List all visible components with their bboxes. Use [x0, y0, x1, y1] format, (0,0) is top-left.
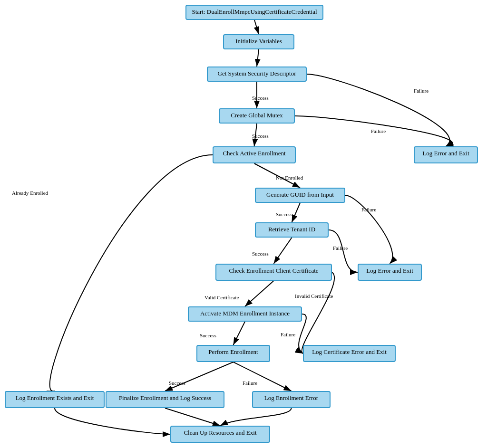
node-activateMDM: Activate MDM Enrollment Instance: [188, 306, 302, 322]
node-logEnrollExists: Log Enrollment Exists and Exit: [5, 391, 105, 408]
node-finalizeEnroll: Finalize Enrollment and Log Success: [106, 391, 224, 408]
node-logCertError: Log Certificate Error and Exit: [303, 345, 396, 362]
edge-label-checkCert-logCertError: Invalid Certificate: [295, 293, 333, 299]
edge-label-checkEnroll-generateGUID: Not Enrolled: [276, 175, 303, 181]
edge-label-retrieveTenant-logError2: Failure: [333, 245, 348, 251]
edge-label-checkEnroll-logEnrollExists: Already Enrolled: [12, 190, 48, 196]
edge-label-createMutex-logError1: Failure: [371, 128, 386, 134]
edge-label-activateMDM-logCertError: Failure: [281, 332, 295, 337]
node-logError2: Log Error and Exit: [358, 264, 422, 281]
edge-label-activateMDM-performEnroll: Success: [200, 333, 216, 338]
edge-label-checkCert-activateMDM: Valid Certificate: [205, 295, 239, 300]
node-checkCert: Check Enrollment Client Certificate: [215, 264, 332, 281]
node-init: Initialize Variables: [223, 34, 294, 49]
node-start: Start: DualEnrollMmpcUsingCertificateCre…: [185, 5, 323, 20]
node-retrieveTenant: Retrieve Tenant ID: [255, 222, 329, 238]
edge-label-createMutex-checkEnroll: Success: [252, 133, 269, 139]
edge-label-performEnroll-logEnrollError: Failure: [243, 380, 257, 386]
node-generateGUID: Generate GUID from Input: [255, 188, 345, 203]
node-checkEnroll: Check Active Enrollment: [213, 146, 296, 163]
node-logEnrollError: Log Enrollment Error: [252, 391, 331, 408]
edge-label-performEnroll-finalizeEnroll: Success: [169, 380, 185, 386]
node-logError1: Log Error and Exit: [414, 146, 478, 163]
edge-label-getSecurity-logError1: Failure: [414, 88, 429, 94]
edge-label-getSecurity-createMutex: Success: [252, 95, 269, 101]
node-createMutex: Create Global Mutex: [219, 108, 295, 124]
node-performEnroll: Perform Enrollment: [196, 345, 270, 362]
edge-label-retrieveTenant-checkCert: Success: [252, 251, 269, 257]
node-getSecurity: Get System Security Descriptor: [207, 67, 307, 82]
node-cleanUp: Clean Up Resources and Exit: [170, 426, 270, 443]
edge-label-generateGUID-logError2: Failure: [361, 207, 376, 212]
edge-label-generateGUID-retrieveTenant: Success: [276, 211, 292, 217]
flowchart-container: Start: DualEnrollMmpcUsingCertificateCre…: [0, 0, 487, 448]
